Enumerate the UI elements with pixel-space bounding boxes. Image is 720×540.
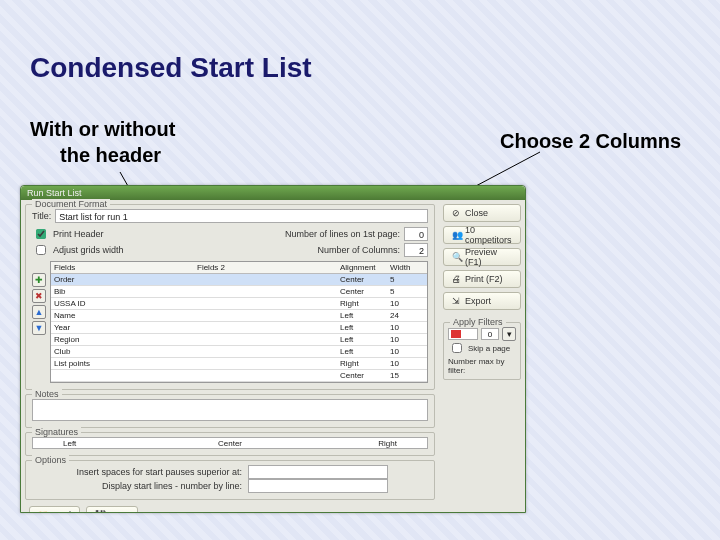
apply-filters-group: Apply Filters 0 ▾ Skip a page Number max… [443,322,521,380]
opt-spaces-label: Insert spaces for start pauses superior … [32,467,242,477]
folder-icon: 📂 [38,510,48,513]
load-button[interactable]: 📂Load [29,506,80,513]
annotation-columns: Choose 2 Columns [500,130,681,153]
title-label: Title: [32,211,51,221]
move-down-button[interactable]: ▼ [32,321,46,335]
signatures-group: Signatures Left Center Right [25,432,435,456]
dialog-titlebar: Run Start List [21,186,525,200]
opt-display-label: Display start lines - number by line: [32,481,242,491]
move-up-button[interactable]: ▲ [32,305,46,319]
table-row[interactable]: ClubLeft10 [51,346,427,358]
competitors-button[interactable]: 👥10 competitors [443,226,521,244]
print-button[interactable]: 🖨Print (F2) [443,270,521,288]
export-button[interactable]: ⇲Export [443,292,521,310]
run-start-list-dialog: Run Start List Document Format Title: St… [20,185,526,513]
lines-1st-label: Number of lines on 1st page: [285,229,400,239]
adjust-grids-checkbox[interactable] [36,245,46,255]
columns-label: Number of Columns: [317,245,400,255]
filter-count: 0 [481,328,499,340]
grid-side-buttons: ✚ ✖ ▲ ▼ [32,273,46,335]
filter-flag[interactable] [448,328,478,340]
title-input[interactable]: Start list for run 1 [55,209,428,223]
table-row[interactable]: BibCenter5 [51,286,427,298]
table-row[interactable]: NameLeft24 [51,310,427,322]
add-row-button[interactable]: ✚ [32,273,46,287]
options-group: Options Insert spaces for start pauses s… [25,460,435,500]
print-icon: 🖨 [452,274,462,284]
print-header-label: Print Header [53,229,104,239]
skip-page-label: Skip a page [468,344,510,353]
preview-icon: 🔍 [452,252,462,262]
table-row[interactable]: RegionLeft10 [51,334,427,346]
page-title: Condensed Start List [30,52,312,84]
table-row[interactable]: USSA IDRight10 [51,298,427,310]
table-row[interactable]: Center15 [51,370,427,382]
skip-page-checkbox[interactable] [452,343,462,353]
opt-spaces-input[interactable] [248,465,388,479]
fields-grid[interactable]: Fields Fields 2 Alignment Width OrderCen… [50,261,428,383]
filter-funnel-button[interactable]: ▾ [502,327,516,341]
table-row[interactable]: List pointsRight10 [51,358,427,370]
document-format-group: Document Format Title: Start list for ru… [25,204,435,390]
columns-input[interactable]: 2 [404,243,428,257]
signatures-bar[interactable]: Left Center Right [32,437,428,449]
remove-row-button[interactable]: ✖ [32,289,46,303]
people-icon: 👥 [452,230,462,240]
adjust-grids-label: Adjust grids width [53,245,124,255]
table-row[interactable]: YearLeft10 [51,322,427,334]
preview-button[interactable]: 🔍Preview (F1) [443,248,521,266]
notes-input[interactable] [32,399,428,421]
save-icon: 💾 [95,510,105,513]
save-button[interactable]: 💾Save [86,506,138,513]
print-header-checkbox[interactable] [36,229,46,239]
lines-1st-input[interactable]: 0 [404,227,428,241]
export-icon: ⇲ [452,296,462,306]
opt-display-input[interactable] [248,479,388,493]
num-by-filter-label: Number max by filter: [448,357,516,375]
close-icon: ⊘ [452,208,462,218]
close-button[interactable]: ⊘Close [443,204,521,222]
notes-group: Notes [25,394,435,428]
table-row[interactable]: OrderCenter5 [51,274,427,286]
annotation-header: With or without the header [30,116,175,168]
